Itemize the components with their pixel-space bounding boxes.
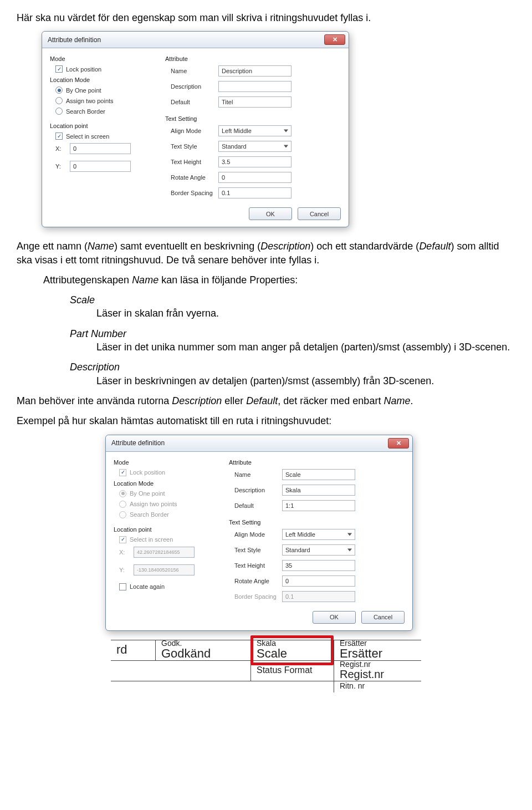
radio-icon	[119, 511, 126, 518]
tb-cell-empty2	[111, 681, 334, 692]
assign-two-points-radio: Assign two points	[119, 501, 219, 508]
attribute-definition-dialog-2: Attribute definition ✕ Mode ✓ Lock posit…	[105, 435, 413, 631]
attr-intro: Attributegenskapen Name kan läsa in följ…	[43, 273, 515, 287]
close-icon: ✕	[396, 440, 401, 447]
rotate-angle-input[interactable]: 0	[218, 172, 291, 183]
text-height-input[interactable]: 35	[282, 560, 355, 571]
name-field-label: Name	[234, 471, 278, 478]
tb-cell-ersatter: Ersätter Ersätter	[334, 640, 421, 660]
select-in-screen-checkbox[interactable]: ✓ Select in screen	[55, 133, 155, 140]
default-field-label: Default	[171, 99, 214, 105]
description-input[interactable]	[218, 81, 291, 92]
text-setting-group-label: Text Setting	[229, 519, 405, 526]
scale-heading: Scale	[70, 293, 515, 307]
checkbox-label: Select in screen	[130, 536, 173, 543]
cancel-button[interactable]: Cancel	[298, 207, 341, 220]
text-style-label: Text Style	[234, 547, 278, 553]
radio-icon	[119, 501, 126, 508]
align-mode-select[interactable]: Left Middle	[218, 125, 291, 136]
attribute-definition-dialog-1: Attribute definition ✕ Mode ✓ Lock posit…	[42, 31, 349, 227]
text-style-select[interactable]: Standard	[282, 544, 355, 556]
intro-paragraph: Här ska nu värdet för den egenskap som m…	[17, 11, 515, 24]
tb-cell-registnr: Regist.nr Regist.nr	[334, 661, 421, 681]
dialog-title: Attribute definition	[48, 36, 101, 44]
name-input[interactable]: Description	[218, 65, 291, 77]
radio-label: By One point	[130, 490, 165, 497]
partnumber-desc: Läser in det unika nummer som man anger …	[96, 340, 515, 354]
description-input[interactable]: Skala	[282, 485, 355, 496]
rotate-angle-input[interactable]: 0	[282, 575, 355, 587]
name-field-label: Name	[171, 68, 214, 74]
by-one-point-radio: By One point	[119, 490, 219, 497]
close-icon: ✕	[332, 36, 337, 43]
lock-position-checkbox: ✓ Lock position	[119, 469, 219, 476]
attribute-group-label: Attribute	[165, 55, 341, 62]
ok-button[interactable]: OK	[249, 207, 292, 220]
search-border-radio[interactable]: Search Border	[55, 108, 155, 115]
locate-again-checkbox[interactable]: Locate again	[119, 583, 219, 590]
text-height-label: Text Height	[171, 159, 214, 165]
checkbox-icon: ✓	[55, 65, 63, 73]
dialog-titlebar: Attribute definition ✕	[42, 32, 349, 48]
default-input[interactable]: 1:1	[282, 500, 355, 511]
description-heading: Description	[70, 360, 515, 374]
border-spacing-input: 0.1	[282, 591, 355, 602]
mode-group-label: Mode	[50, 55, 155, 62]
lock-position-checkbox[interactable]: ✓ Lock position	[55, 65, 155, 73]
radio-label: Assign two points	[130, 501, 177, 507]
checkbox-icon	[119, 583, 126, 590]
dialog-titlebar: Attribute definition ✕	[106, 435, 412, 452]
border-spacing-input[interactable]: 0.1	[218, 187, 291, 198]
align-mode-label: Align Mode	[171, 128, 214, 134]
checkbox-icon: ✓	[119, 536, 126, 543]
location-mode-group-label: Location Mode	[50, 77, 155, 83]
text-height-input[interactable]: 3.5	[218, 156, 291, 167]
ok-button[interactable]: OK	[313, 611, 356, 624]
cancel-button[interactable]: Cancel	[361, 611, 405, 624]
y-input: -130.18400520156	[134, 564, 195, 575]
scale-desc: Läser in skalan från vyerna.	[96, 307, 515, 320]
align-mode-select[interactable]: Left Middle	[282, 529, 355, 540]
radio-label: Search Border	[66, 108, 105, 115]
rotate-angle-label: Rotate Angle	[234, 578, 278, 584]
by-one-point-radio[interactable]: By One point	[55, 86, 155, 94]
y-input[interactable]: 0	[70, 161, 131, 172]
partnumber-heading: Part Number	[70, 327, 515, 340]
rotate-angle-label: Rotate Angle	[171, 174, 214, 181]
radio-label: Search Border	[130, 511, 169, 518]
titleblock-snippet: rd Godk. Godkänd Skala Scale Ersätter Er…	[111, 640, 421, 692]
close-button[interactable]: ✕	[388, 438, 409, 449]
border-spacing-label: Border Spacing	[234, 593, 278, 600]
paragraph-name-desc-default: Ange ett namn (Name) samt eventuellt en …	[17, 240, 515, 267]
tb-cell-godk: Godk. Godkänd	[155, 640, 250, 660]
mode-group-label: Mode	[114, 459, 219, 466]
checkbox-label: Lock position	[66, 66, 101, 73]
text-height-label: Text Height	[234, 562, 278, 569]
checkbox-icon: ✓	[55, 133, 63, 140]
default-input[interactable]: Titel	[218, 96, 291, 108]
name-input[interactable]: Scale	[282, 469, 355, 480]
highlight-box	[250, 635, 334, 665]
select-in-screen-checkbox: ✓ Select in screen	[119, 536, 219, 543]
text-style-label: Text Style	[171, 143, 214, 150]
checkbox-label: Select in screen	[66, 133, 109, 140]
radio-icon	[55, 97, 63, 104]
checkbox-icon: ✓	[119, 469, 126, 476]
paragraph-not-needed: Man behöver inte använda rutorna Descrip…	[17, 394, 515, 407]
tb-cell-rd: rd	[111, 640, 155, 660]
close-button[interactable]: ✕	[324, 34, 345, 45]
dialog-title: Attribute definition	[111, 439, 165, 447]
align-mode-label: Align Mode	[234, 531, 278, 538]
x-input: 42.2607282184655	[134, 547, 195, 558]
x-input[interactable]: 0	[70, 143, 131, 154]
radio-label: By One point	[66, 87, 101, 94]
text-style-select[interactable]: Standard	[218, 141, 291, 152]
radio-icon	[55, 108, 63, 115]
assign-two-points-radio[interactable]: Assign two points	[55, 97, 155, 104]
paragraph-example: Exempel på hur skalan hämtas automatiskt…	[17, 414, 515, 427]
radio-icon	[55, 86, 63, 94]
location-mode-group-label: Location Mode	[114, 480, 219, 487]
x-label: X:	[119, 549, 129, 556]
search-border-radio: Search Border	[119, 511, 219, 518]
default-field-label: Default	[234, 502, 278, 509]
